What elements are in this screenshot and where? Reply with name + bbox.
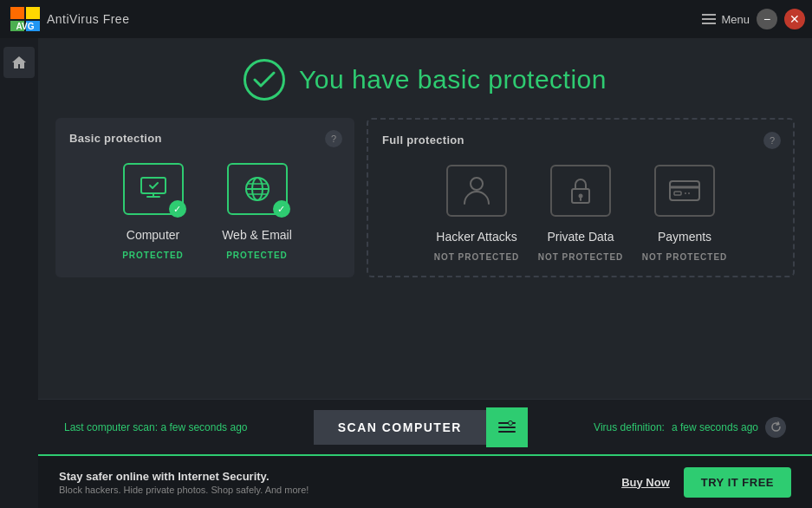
web-email-protection-item[interactable]: ✓ Web & Email PROTECTED (214, 159, 301, 260)
svg-rect-20 (674, 192, 681, 195)
full-protection-items: Hacker Attacks NOT PROTECTED (382, 160, 779, 262)
header-title: You have basic protection (299, 65, 607, 94)
svg-rect-1 (26, 7, 40, 19)
svg-point-25 (508, 420, 512, 425)
hacker-attacks-status: NOT PROTECTED (434, 252, 520, 262)
hacker-icon (461, 174, 492, 207)
payments-icon-bg (654, 165, 715, 217)
web-email-item-name: Web & Email (222, 228, 292, 242)
close-button[interactable]: ✕ (784, 9, 805, 29)
last-scan-time: a few seconds ago (160, 421, 247, 433)
computer-icon (137, 173, 170, 205)
buy-now-button[interactable]: Buy Now (621, 476, 670, 489)
promo-headline: Stay safer online with Internet Security… (59, 470, 309, 483)
scan-bar: Last computer scan: a few seconds ago SC… (38, 399, 812, 454)
credit-card-icon (667, 177, 702, 205)
hamburger-icon (702, 14, 716, 24)
avg-logo-icon: AVG (10, 7, 40, 31)
svg-point-14 (471, 178, 483, 190)
payments-item[interactable]: Payments NOT PROTECTED (641, 160, 728, 262)
svg-rect-5 (702, 14, 716, 16)
svg-rect-8 (141, 178, 166, 193)
minimize-button[interactable]: − (757, 9, 777, 29)
protection-status-icon (244, 59, 285, 101)
menu-button[interactable]: Menu (702, 13, 750, 26)
web-email-check-badge: ✓ (273, 200, 290, 218)
refresh-icon (770, 421, 782, 433)
hacker-icon-wrap (442, 160, 511, 221)
promo-text: Stay safer online with Internet Security… (59, 470, 309, 495)
private-data-item[interactable]: Private Data NOT PROTECTED (537, 160, 624, 262)
private-data-status: NOT PROTECTED (538, 252, 624, 262)
title-bar: AVG AntiVirus Free Menu − ✕ (0, 0, 812, 38)
hacker-icon-bg (446, 165, 507, 217)
scan-options-icon (497, 420, 516, 435)
content-spacer (38, 277, 812, 399)
svg-rect-6 (702, 18, 716, 20)
web-icon (241, 173, 274, 205)
svg-rect-7 (702, 23, 716, 24)
computer-protection-item[interactable]: ✓ Computer PROTECTED (110, 159, 197, 260)
svg-text:AVG: AVG (16, 22, 35, 31)
sidebar (0, 38, 38, 508)
main-content: You have basic protection Basic protecti… (38, 38, 812, 508)
private-data-icon-wrap (546, 160, 615, 221)
try-free-button[interactable]: TRY IT FREE (684, 467, 791, 498)
payments-status: NOT PROTECTED (642, 252, 728, 262)
basic-protection-help[interactable]: ? (325, 130, 342, 147)
app-title: AntiVirus Free (47, 12, 129, 26)
svg-rect-0 (10, 7, 24, 19)
app-logo: AVG AntiVirus Free (10, 7, 129, 31)
computer-check-badge: ✓ (169, 200, 186, 218)
basic-protection-title: Basic protection (69, 132, 341, 145)
lock-icon (565, 174, 596, 207)
computer-icon-wrap: ✓ (119, 159, 188, 219)
home-button[interactable] (3, 47, 35, 78)
full-protection-title: Full protection (382, 134, 779, 147)
promo-subtext: Block hackers. Hide private photos. Shop… (59, 485, 309, 495)
payments-icon-wrap (650, 160, 719, 221)
header-section: You have basic protection (38, 38, 812, 118)
hacker-attacks-item[interactable]: Hacker Attacks NOT PROTECTED (433, 160, 520, 262)
basic-protection-card: Basic protection ? ✓ (55, 118, 354, 277)
scan-button-group: SCAN COMPUTER (314, 407, 528, 447)
private-data-icon-bg (550, 165, 611, 217)
refresh-virus-def-button[interactable] (765, 417, 786, 438)
private-data-name: Private Data (547, 230, 614, 244)
scan-options-button[interactable] (486, 407, 528, 447)
virus-definition-info: Virus definition: a few seconds ago (594, 417, 786, 438)
full-protection-help[interactable]: ? (763, 132, 781, 149)
web-email-icon-wrap: ✓ (223, 159, 292, 219)
payments-name: Payments (658, 230, 711, 244)
scan-computer-button[interactable]: SCAN COMPUTER (314, 410, 486, 445)
promo-bar: Stay safer online with Internet Security… (38, 454, 812, 508)
home-icon (11, 55, 27, 70)
hacker-attacks-name: Hacker Attacks (436, 230, 516, 244)
svg-rect-18 (670, 181, 699, 200)
cards-area: Basic protection ? ✓ (38, 118, 812, 277)
checkmark-icon (253, 71, 276, 88)
full-protection-card: Full protection ? Hacker Attacks NO (367, 118, 795, 277)
virus-def-time: a few seconds ago (672, 421, 758, 433)
last-scan-info: Last computer scan: a few seconds ago (64, 421, 247, 433)
web-email-item-status: PROTECTED (226, 251, 288, 260)
basic-protection-items: ✓ Computer PROTECTED (69, 159, 341, 260)
computer-item-name: Computer (127, 228, 179, 242)
window-controls: Menu − ✕ (702, 9, 805, 29)
promo-actions: Buy Now TRY IT FREE (621, 467, 791, 498)
computer-item-status: PROTECTED (122, 251, 184, 260)
